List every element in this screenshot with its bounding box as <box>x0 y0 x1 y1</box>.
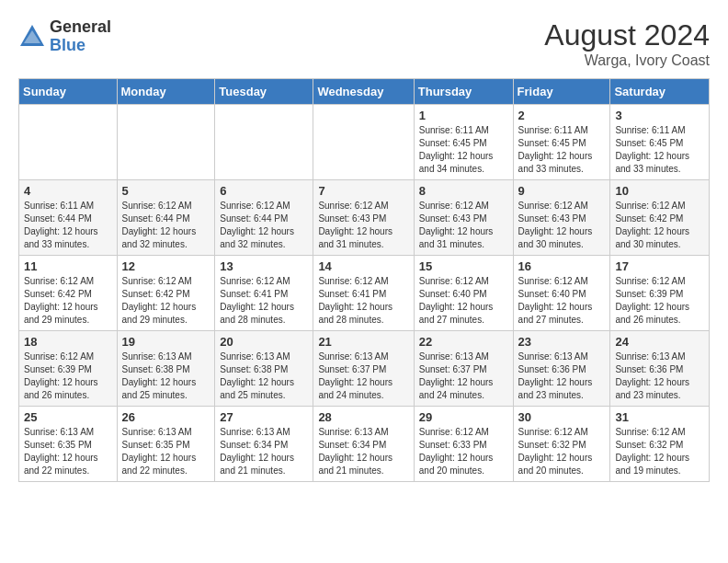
day-number: 28 <box>318 410 408 424</box>
day-info: Sunrise: 6:12 AM Sunset: 6:42 PM Dayligh… <box>122 275 210 327</box>
day-info: Sunrise: 6:12 AM Sunset: 6:33 PM Dayligh… <box>419 426 508 477</box>
day-info: Sunrise: 6:12 AM Sunset: 6:40 PM Dayligh… <box>518 275 606 327</box>
calendar-cell: 10Sunrise: 6:12 AM Sunset: 6:42 PM Dayli… <box>610 180 710 256</box>
day-info: Sunrise: 6:12 AM Sunset: 6:32 PM Dayligh… <box>518 426 606 477</box>
calendar-cell <box>313 105 414 180</box>
calendar-cell: 24Sunrise: 6:13 AM Sunset: 6:36 PM Dayli… <box>610 331 710 407</box>
day-info: Sunrise: 6:13 AM Sunset: 6:37 PM Dayligh… <box>419 350 508 402</box>
calendar-cell: 1Sunrise: 6:11 AM Sunset: 6:45 PM Daylig… <box>414 105 513 180</box>
calendar-cell: 7Sunrise: 6:12 AM Sunset: 6:43 PM Daylig… <box>313 180 414 256</box>
calendar-cell: 29Sunrise: 6:12 AM Sunset: 6:33 PM Dayli… <box>414 407 513 482</box>
day-info: Sunrise: 6:13 AM Sunset: 6:35 PM Dayligh… <box>122 426 210 477</box>
day-info: Sunrise: 6:11 AM Sunset: 6:45 PM Dayligh… <box>615 124 704 176</box>
calendar-cell <box>117 105 215 180</box>
day-number: 22 <box>419 335 508 349</box>
day-number: 9 <box>518 184 606 198</box>
day-number: 16 <box>518 259 606 273</box>
day-info: Sunrise: 6:12 AM Sunset: 6:43 PM Dayligh… <box>518 200 606 251</box>
calendar-cell: 23Sunrise: 6:13 AM Sunset: 6:36 PM Dayli… <box>513 331 610 407</box>
page-header: General Blue August 2024 Warga, Ivory Co… <box>18 18 710 69</box>
logo-blue-text: Blue <box>50 37 111 55</box>
calendar-cell: 21Sunrise: 6:13 AM Sunset: 6:37 PM Dayli… <box>313 331 414 407</box>
calendar-cell: 20Sunrise: 6:13 AM Sunset: 6:38 PM Dayli… <box>215 331 313 407</box>
day-info: Sunrise: 6:12 AM Sunset: 6:40 PM Dayligh… <box>419 275 508 327</box>
day-info: Sunrise: 6:12 AM Sunset: 6:43 PM Dayligh… <box>419 200 508 251</box>
day-info: Sunrise: 6:12 AM Sunset: 6:39 PM Dayligh… <box>615 275 704 327</box>
day-info: Sunrise: 6:12 AM Sunset: 6:39 PM Dayligh… <box>24 350 112 402</box>
calendar-week-3: 11Sunrise: 6:12 AM Sunset: 6:42 PM Dayli… <box>19 256 710 331</box>
day-number: 7 <box>318 184 408 198</box>
calendar-cell: 18Sunrise: 6:12 AM Sunset: 6:39 PM Dayli… <box>19 331 118 407</box>
day-number: 17 <box>615 259 704 273</box>
day-number: 29 <box>419 410 508 424</box>
day-number: 24 <box>615 335 704 349</box>
calendar-cell: 15Sunrise: 6:12 AM Sunset: 6:40 PM Dayli… <box>414 256 513 331</box>
day-info: Sunrise: 6:13 AM Sunset: 6:34 PM Dayligh… <box>220 426 308 477</box>
calendar-cell: 4Sunrise: 6:11 AM Sunset: 6:44 PM Daylig… <box>19 180 118 256</box>
day-number: 14 <box>318 259 408 273</box>
day-info: Sunrise: 6:13 AM Sunset: 6:37 PM Dayligh… <box>318 350 408 402</box>
title-block: August 2024 Warga, Ivory Coast <box>544 18 710 69</box>
day-info: Sunrise: 6:13 AM Sunset: 6:38 PM Dayligh… <box>122 350 210 402</box>
day-number: 25 <box>24 410 112 424</box>
calendar-cell: 30Sunrise: 6:12 AM Sunset: 6:32 PM Dayli… <box>513 407 610 482</box>
calendar-cell: 17Sunrise: 6:12 AM Sunset: 6:39 PM Dayli… <box>610 256 710 331</box>
calendar-cell: 2Sunrise: 6:11 AM Sunset: 6:45 PM Daylig… <box>513 105 610 180</box>
calendar-table: SundayMondayTuesdayWednesdayThursdayFrid… <box>18 78 710 482</box>
day-info: Sunrise: 6:12 AM Sunset: 6:44 PM Dayligh… <box>122 200 210 251</box>
calendar-cell: 28Sunrise: 6:13 AM Sunset: 6:34 PM Dayli… <box>313 407 414 482</box>
day-number: 13 <box>220 259 308 273</box>
day-number: 6 <box>220 184 308 198</box>
day-number: 31 <box>615 410 704 424</box>
calendar-cell: 25Sunrise: 6:13 AM Sunset: 6:35 PM Dayli… <box>19 407 118 482</box>
calendar-cell: 13Sunrise: 6:12 AM Sunset: 6:41 PM Dayli… <box>215 256 313 331</box>
day-info: Sunrise: 6:13 AM Sunset: 6:34 PM Dayligh… <box>318 426 408 477</box>
calendar-cell: 14Sunrise: 6:12 AM Sunset: 6:41 PM Dayli… <box>313 256 414 331</box>
day-number: 21 <box>318 335 408 349</box>
col-header-wednesday: Wednesday <box>313 79 414 105</box>
day-number: 12 <box>122 259 210 273</box>
day-number: 8 <box>419 184 508 198</box>
logo: General Blue <box>18 18 111 55</box>
day-number: 26 <box>122 410 210 424</box>
col-header-thursday: Thursday <box>414 79 513 105</box>
day-info: Sunrise: 6:12 AM Sunset: 6:43 PM Dayligh… <box>318 200 408 251</box>
day-info: Sunrise: 6:12 AM Sunset: 6:41 PM Dayligh… <box>220 275 308 327</box>
col-header-saturday: Saturday <box>610 79 710 105</box>
calendar-cell: 27Sunrise: 6:13 AM Sunset: 6:34 PM Dayli… <box>215 407 313 482</box>
day-number: 15 <box>419 259 508 273</box>
calendar-cell: 9Sunrise: 6:12 AM Sunset: 6:43 PM Daylig… <box>513 180 610 256</box>
day-number: 30 <box>518 410 606 424</box>
day-number: 18 <box>24 335 112 349</box>
calendar-cell: 16Sunrise: 6:12 AM Sunset: 6:40 PM Dayli… <box>513 256 610 331</box>
calendar-cell: 31Sunrise: 6:12 AM Sunset: 6:32 PM Dayli… <box>610 407 710 482</box>
logo-icon <box>18 23 46 51</box>
col-header-friday: Friday <box>513 79 610 105</box>
day-info: Sunrise: 6:12 AM Sunset: 6:41 PM Dayligh… <box>318 275 408 327</box>
day-info: Sunrise: 6:13 AM Sunset: 6:36 PM Dayligh… <box>615 350 704 402</box>
day-number: 3 <box>615 109 704 122</box>
day-info: Sunrise: 6:12 AM Sunset: 6:44 PM Dayligh… <box>220 200 308 251</box>
day-info: Sunrise: 6:11 AM Sunset: 6:45 PM Dayligh… <box>419 124 508 176</box>
day-info: Sunrise: 6:12 AM Sunset: 6:32 PM Dayligh… <box>615 426 704 477</box>
location-subtitle: Warga, Ivory Coast <box>544 52 710 69</box>
day-info: Sunrise: 6:11 AM Sunset: 6:45 PM Dayligh… <box>518 124 606 176</box>
day-number: 27 <box>220 410 308 424</box>
day-number: 20 <box>220 335 308 349</box>
calendar-cell: 3Sunrise: 6:11 AM Sunset: 6:45 PM Daylig… <box>610 105 710 180</box>
day-number: 10 <box>615 184 704 198</box>
calendar-week-2: 4Sunrise: 6:11 AM Sunset: 6:44 PM Daylig… <box>19 180 710 256</box>
calendar-cell: 8Sunrise: 6:12 AM Sunset: 6:43 PM Daylig… <box>414 180 513 256</box>
calendar-header-row: SundayMondayTuesdayWednesdayThursdayFrid… <box>19 79 710 105</box>
day-info: Sunrise: 6:13 AM Sunset: 6:35 PM Dayligh… <box>24 426 112 477</box>
calendar-cell <box>19 105 118 180</box>
col-header-sunday: Sunday <box>19 79 118 105</box>
day-info: Sunrise: 6:12 AM Sunset: 6:42 PM Dayligh… <box>24 275 112 327</box>
calendar-week-4: 18Sunrise: 6:12 AM Sunset: 6:39 PM Dayli… <box>19 331 710 407</box>
calendar-cell: 6Sunrise: 6:12 AM Sunset: 6:44 PM Daylig… <box>215 180 313 256</box>
day-info: Sunrise: 6:12 AM Sunset: 6:42 PM Dayligh… <box>615 200 704 251</box>
day-number: 4 <box>24 184 112 198</box>
day-info: Sunrise: 6:11 AM Sunset: 6:44 PM Dayligh… <box>24 200 112 251</box>
calendar-cell: 19Sunrise: 6:13 AM Sunset: 6:38 PM Dayli… <box>117 331 215 407</box>
calendar-cell: 11Sunrise: 6:12 AM Sunset: 6:42 PM Dayli… <box>19 256 118 331</box>
